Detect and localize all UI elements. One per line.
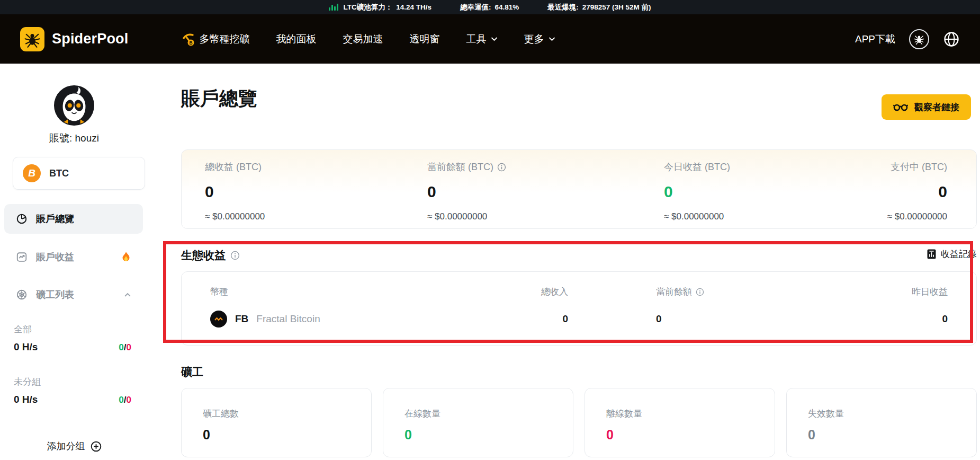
nav-item-dashboard[interactable]: 我的面板 — [276, 32, 317, 46]
stat-usd: ≈ $0.00000000 — [427, 211, 664, 222]
nav-right: APP下載 — [855, 29, 960, 49]
brand-name: SpiderPool — [52, 31, 129, 47]
column-total-income: 總收入 — [541, 286, 568, 298]
group-hashrate: 0 H/s — [14, 341, 38, 353]
avatar[interactable] — [53, 85, 95, 126]
nav-item-tools[interactable]: 工具 — [466, 32, 498, 46]
miner-card-total: 礦工總數 0 — [181, 388, 372, 457]
stat-today-earnings: 今日收益 (BTC) 0 ≈ $0.00000000 — [664, 161, 887, 228]
group-hashrate: 0 H/s — [14, 394, 38, 405]
eco-earnings-title: 生態收益 — [181, 248, 226, 263]
language-globe-icon[interactable] — [943, 31, 960, 48]
spider-logo-icon — [20, 27, 44, 51]
nav-item-multicoin[interactable]: B 多幣種挖礦 — [182, 32, 250, 46]
miner-card-online: 在線數量 0 — [383, 388, 573, 457]
stat-label: 總收益 (BTC) — [205, 161, 427, 173]
luck-stat: 總幸運值: 64.81% — [460, 3, 519, 12]
pool-stats-bar: LTC礦池算力： 14.24 TH/s 總幸運值: 64.81% 最近爆塊: 2… — [0, 0, 980, 14]
nav-item-label: 更多 — [524, 32, 544, 46]
group-worker-ratio: 0/0 — [119, 395, 131, 405]
nav-item-label: 工具 — [466, 32, 487, 46]
coin-selector[interactable]: B BTC — [13, 157, 145, 190]
nav-item-label: 我的面板 — [276, 32, 317, 46]
stat-value: 0 — [205, 183, 427, 201]
cell-balance: 0 — [568, 313, 790, 325]
earnings-record-link[interactable]: 收益記錄 — [927, 248, 977, 260]
nav-item-tx-accelerate[interactable]: 交易加速 — [343, 32, 383, 46]
total-count: 0 — [127, 342, 131, 352]
miner-card-label: 離線數量 — [606, 408, 775, 420]
pickaxe-coin-icon: B — [182, 32, 195, 46]
nav-item-transparency[interactable]: 透明窗 — [410, 32, 440, 46]
stat-current-balance: 當前餘額 (BTC) 0 ≈ $0.00000000 — [427, 161, 664, 228]
stat-label: 當前餘額 (BTC) — [427, 161, 493, 173]
account-name: 賬號: houzi — [0, 131, 148, 145]
eco-earnings-header: 生態收益 — [181, 248, 240, 263]
online-count: 0 — [119, 342, 123, 352]
miner-card-value: 0 — [808, 427, 976, 443]
chevron-up-icon[interactable] — [124, 293, 131, 297]
svg-text:B: B — [189, 40, 192, 45]
nav-item-label: 透明窗 — [410, 32, 440, 46]
ltc-hashrate-label: LTC礦池算力： — [343, 3, 392, 12]
miner-card-offline: 離線數量 0 — [585, 388, 775, 457]
stat-value: 0 — [938, 183, 947, 201]
stat-paying: 支付中 (BTC) 0 ≈ $0.00000000 — [887, 161, 947, 228]
sidebar: 賬號: houzi B BTC 賬戶總覽 賬戶收益 — [0, 64, 148, 460]
nav-item-more[interactable]: 更多 — [524, 32, 555, 46]
spiderpool-dashboard: LTC礦池算力： 14.24 TH/s 總幸運值: 64.81% 最近爆塊: 2… — [0, 0, 980, 460]
add-group-label: 添加分组 — [47, 440, 85, 453]
sidebar-item-miner-list[interactable]: 礦工列表 — [4, 280, 143, 309]
observer-link-label: 觀察者鏈接 — [914, 101, 959, 113]
latest-block-stat: 最近爆塊: 2798257 (3H 52M 前) — [547, 3, 651, 12]
earnings-chart-icon — [16, 251, 28, 263]
group-name[interactable]: 全部 — [14, 323, 32, 335]
plus-circle-icon — [91, 441, 102, 452]
miner-card-value: 0 — [606, 427, 775, 443]
fractal-bitcoin-icon — [210, 311, 227, 328]
cell-total-income: 0 — [562, 313, 568, 325]
online-count: 0 — [119, 395, 123, 405]
sidebar-item-account-overview[interactable]: 賬戶總覽 — [4, 204, 143, 234]
miners-section-title: 礦工 — [181, 365, 203, 379]
miner-card-invalid: 失效數量 0 — [786, 388, 977, 457]
sidebar-item-account-earnings[interactable]: 賬戶收益 — [4, 242, 143, 272]
group-worker-ratio: 0/0 — [119, 342, 131, 353]
sidebar-item-label: 礦工列表 — [36, 288, 74, 301]
miner-card-value: 0 — [203, 427, 371, 443]
miner-card-label: 失效數量 — [808, 408, 976, 420]
luck-label: 總幸運值: — [460, 3, 491, 12]
column-balance: 當前餘額 — [656, 286, 692, 298]
sidebar-item-label: 賬戶收益 — [36, 251, 74, 263]
add-group-button[interactable]: 添加分组 — [0, 440, 148, 453]
miner-card-value: 0 — [404, 427, 573, 443]
info-icon[interactable] — [497, 163, 506, 172]
eco-earnings-table: 幣種 總收入 當前餘額 昨日收益 FB Fracta — [181, 271, 977, 346]
spider-web-icon — [16, 289, 28, 300]
coin-full-name: Fractal Bitcoin — [256, 313, 320, 325]
app-download-link[interactable]: APP下載 — [855, 32, 895, 46]
pie-chart-icon — [16, 213, 28, 225]
eco-table-row-fb[interactable]: FB Fractal Bitcoin 0 0 0 — [182, 311, 976, 328]
ltc-hashrate-value: 14.24 TH/s — [396, 3, 431, 11]
eco-table-header: 幣種 總收入 當前餘額 昨日收益 — [182, 286, 976, 298]
info-icon[interactable] — [696, 288, 704, 296]
observer-link-button[interactable]: 觀察者鏈接 — [882, 94, 971, 120]
account-stats-card: 總收益 (BTC) 0 ≈ $0.00000000 當前餘額 (BTC) 0 ≈… — [181, 149, 977, 229]
stat-usd: ≈ $0.00000000 — [664, 211, 887, 222]
document-chart-icon — [927, 249, 937, 260]
earnings-record-label: 收益記錄 — [941, 248, 977, 260]
stat-usd: ≈ $0.00000000 — [887, 211, 947, 222]
group-name[interactable]: 未分組 — [14, 376, 41, 388]
page-title: 賬戶總覽 — [181, 86, 257, 112]
coin-symbol: FB — [235, 313, 248, 325]
info-icon[interactable] — [230, 251, 240, 260]
chevron-down-icon — [549, 37, 555, 41]
brand-logo[interactable]: SpiderPool — [20, 27, 129, 51]
stat-value: 0 — [427, 183, 664, 201]
main-navbar: SpiderPool B 多幣種挖礦 我的面板 交易加速 — [0, 14, 980, 64]
miner-card-label: 在線數量 — [404, 408, 573, 420]
miner-card-label: 礦工總數 — [203, 408, 371, 420]
latest-block-label: 最近爆塊: — [547, 3, 579, 12]
app-spider-icon[interactable] — [909, 29, 929, 49]
